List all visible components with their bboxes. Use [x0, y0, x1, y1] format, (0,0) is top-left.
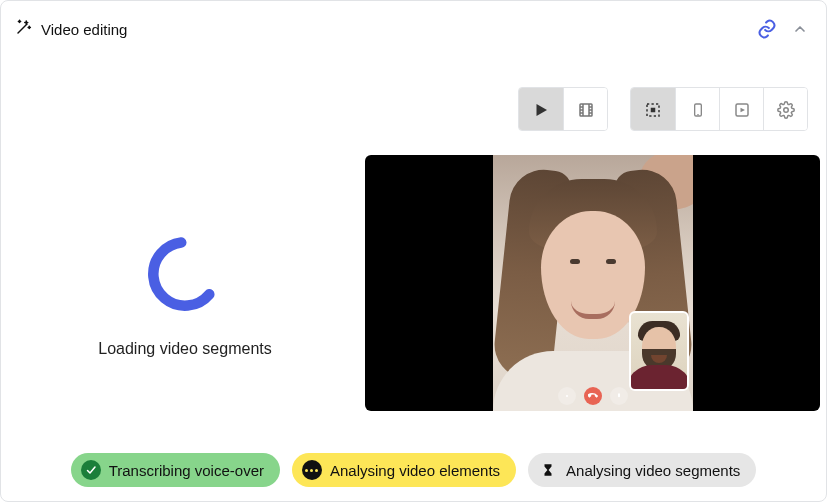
svg-marker-15 [740, 108, 745, 113]
main-area: Loading video segments [15, 155, 812, 433]
status-chip-label: Analysing video elements [330, 462, 500, 479]
ellipsis-icon [302, 460, 322, 480]
check-circle-icon [81, 460, 101, 480]
status-row: Transcribing voice-over Analysing video … [15, 453, 812, 487]
mute-button[interactable] [558, 387, 576, 405]
toolbar [15, 87, 812, 131]
status-chip-label: Analysing video segments [566, 462, 740, 479]
spinner-icon [141, 230, 229, 318]
preview-pane [365, 155, 820, 433]
call-controls [558, 387, 628, 405]
play-in-frame-button[interactable] [719, 88, 763, 131]
status-chip-analysing-segments: Analysing video segments [528, 453, 756, 487]
status-chip-transcribing: Transcribing voice-over [71, 453, 280, 487]
svg-marker-0 [537, 104, 548, 116]
select-all-button[interactable] [631, 88, 675, 131]
svg-point-16 [783, 108, 788, 113]
panel-header: Video editing [15, 13, 812, 45]
video-call-frame [493, 155, 693, 411]
video-preview[interactable] [365, 155, 820, 411]
loading-pane: Loading video segments [15, 155, 355, 433]
loading-text: Loading video segments [98, 340, 271, 358]
panel-title: Video editing [41, 21, 127, 38]
toolbar-group-view [630, 87, 808, 131]
wand-icon [15, 18, 33, 40]
chevron-up-icon[interactable] [792, 21, 808, 37]
play-button[interactable] [519, 88, 563, 131]
hourglass-icon [538, 460, 558, 480]
video-editing-panel: Video editing [0, 0, 827, 502]
phone-frame-button[interactable] [675, 88, 719, 131]
svg-point-18 [566, 395, 568, 397]
svg-rect-19 [618, 393, 620, 397]
toolbar-group-playback [518, 87, 608, 131]
film-button[interactable] [563, 88, 607, 131]
pip-thumbnail [629, 311, 689, 391]
link-icon[interactable] [756, 18, 778, 40]
status-chip-label: Transcribing voice-over [109, 462, 264, 479]
svg-rect-11 [651, 108, 656, 113]
end-call-button[interactable] [584, 387, 602, 405]
status-chip-analysing-elements: Analysing video elements [292, 453, 516, 487]
svg-point-17 [141, 230, 229, 318]
settings-button[interactable] [763, 88, 807, 131]
mic-button[interactable] [610, 387, 628, 405]
